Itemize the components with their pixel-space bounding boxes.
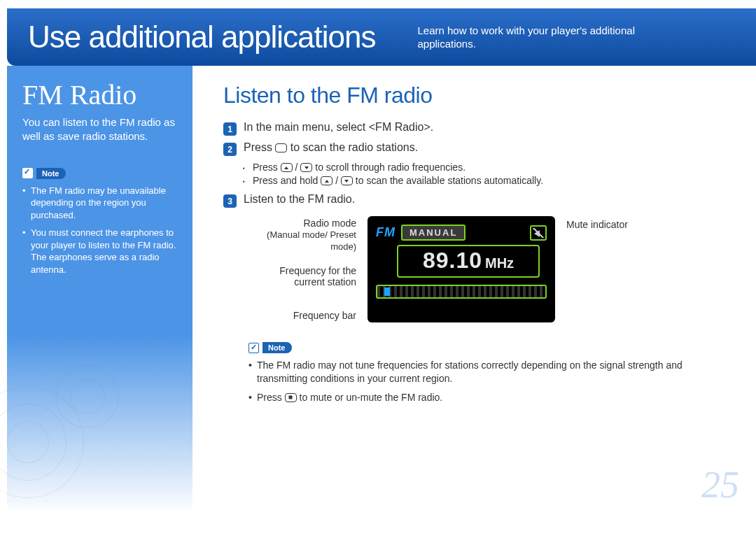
- diagram-right-labels: Mute indicator: [566, 216, 628, 322]
- step-text: Press to scan the radio stations.: [244, 141, 735, 154]
- frequency-label: Frequency for the current station: [251, 265, 356, 287]
- main-note: Note The FM radio may not tune frequenci…: [248, 342, 735, 404]
- step-text: In the main menu, select <FM Radio>.: [244, 121, 735, 134]
- step-text: Listen to the FM radio.: [244, 193, 735, 206]
- content-area: FM Radio You can listen to the FM radio …: [7, 66, 756, 513]
- device-screen: FM MANUAL 89.10MHz: [368, 216, 555, 322]
- text: to scan the available stations automatic…: [356, 175, 543, 186]
- page-subtitle: Learn how to work with your player's add…: [417, 24, 683, 51]
- note-badge: Note: [22, 168, 66, 179]
- down-button-icon: [341, 176, 353, 185]
- frequency-bar-label: Frequency bar: [251, 310, 356, 321]
- text: Press and hold: [253, 175, 321, 186]
- device-top-row: FM MANUAL: [376, 225, 547, 241]
- text: to scroll through radio frequencies.: [315, 162, 465, 173]
- step-3: 3 Listen to the FM radio.: [223, 193, 735, 208]
- sidebar-title: FM Radio: [22, 78, 178, 111]
- section-heading: Listen to the FM radio: [223, 83, 735, 108]
- sidebar: FM Radio You can listen to the FM radio …: [7, 66, 192, 513]
- sidebar-note-list: The FM radio may be unavailable dependin…: [22, 185, 178, 276]
- diagram-left-labels: Radio mode (Manual mode/ Preset mode) Fr…: [251, 216, 356, 322]
- up-button-icon: [321, 176, 332, 185]
- note-item: You must connect the earphones to your p…: [22, 227, 178, 276]
- down-button-icon: [300, 163, 312, 172]
- text: Radio mode: [304, 218, 357, 229]
- note-item: The FM radio may not tune frequencies fo…: [248, 359, 696, 385]
- note-badge: Note: [248, 342, 292, 353]
- main-panel: Listen to the FM radio 1 In the main men…: [192, 66, 756, 513]
- step-list: 1 In the main menu, select <FM Radio>. 2…: [223, 121, 735, 156]
- note-item: Press to mute or un-mute the FM radio.: [248, 391, 696, 404]
- page-header: Use additional applications Learn how to…: [7, 8, 756, 66]
- note-label: Note: [36, 168, 66, 179]
- frequency-display: 89.10MHz: [397, 245, 540, 278]
- radio-mode-label: Radio mode (Manual mode/ Preset mode): [251, 218, 356, 253]
- sidebar-note: Note The FM radio may be unavailable dep…: [22, 168, 178, 276]
- button-icon: [275, 143, 287, 152]
- mute-icon: [530, 225, 547, 241]
- sidebar-intro: You can listen to the FM radio as well a…: [22, 115, 178, 144]
- fm-text: FM: [376, 225, 396, 240]
- note-item: The FM radio may be unavailable dependin…: [22, 185, 178, 222]
- step-number: 1: [223, 122, 237, 136]
- note-label: Note: [262, 342, 292, 353]
- text: Press: [257, 392, 285, 403]
- step-2: 2 Press to scan the radio stations.: [223, 141, 735, 156]
- check-icon: [248, 343, 259, 353]
- text: Press: [244, 141, 275, 153]
- text: Press: [253, 162, 281, 173]
- device-diagram: Radio mode (Manual mode/ Preset mode) Fr…: [251, 216, 735, 322]
- step-number: 2: [223, 143, 237, 156]
- mute-indicator-label: Mute indicator: [566, 219, 628, 230]
- step-number: 3: [223, 194, 237, 208]
- frequency-value: 89.10: [423, 248, 482, 273]
- sub-bullet-list: Press / to scroll through radio frequenc…: [243, 162, 735, 186]
- frequency-bar: [376, 285, 547, 299]
- text: (Manual mode/ Preset mode): [267, 229, 356, 252]
- page-title: Use additional applications: [28, 20, 375, 55]
- text: to mute or un-mute the FM radio.: [300, 392, 443, 403]
- up-button-icon: [281, 163, 293, 172]
- step-list-cont: 3 Listen to the FM radio.: [223, 193, 735, 208]
- page-number: 25: [701, 463, 739, 506]
- mode-indicator: MANUAL: [401, 225, 465, 241]
- frequency-unit: MHz: [485, 255, 514, 271]
- check-icon: [22, 168, 33, 178]
- sub-bullet: Press and hold / to scan the available s…: [243, 175, 735, 186]
- text: to scan the radio stations.: [290, 141, 418, 153]
- sub-bullet: Press / to scroll through radio frequenc…: [243, 162, 735, 173]
- main-note-list: The FM radio may not tune frequencies fo…: [248, 359, 696, 404]
- step-1: 1 In the main menu, select <FM Radio>.: [223, 121, 735, 136]
- center-button-icon: [285, 393, 297, 402]
